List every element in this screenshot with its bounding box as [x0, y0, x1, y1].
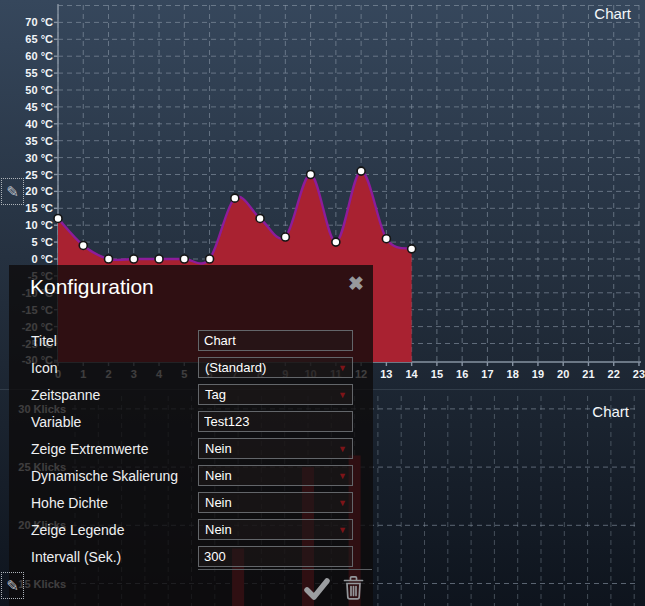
- edit-chart1-button[interactable]: ✎: [1, 178, 24, 205]
- webfront-page: 70 °C65 °C60 °C55 °C50 °C45 °C40 °C35 °C…: [0, 0, 645, 606]
- titel-input[interactable]: [198, 330, 353, 351]
- field-label-zeige-extremwerte: Zeige Extremwerte: [31, 441, 148, 457]
- data-point: [54, 214, 62, 222]
- data-point: [408, 245, 416, 253]
- data-point: [79, 241, 87, 249]
- field-label-zeige-legende: Zeige Legende: [31, 522, 124, 538]
- data-point: [155, 255, 163, 263]
- data-point: [357, 167, 365, 175]
- chevron-down-icon: ▼: [338, 439, 347, 459]
- select-value: Nein: [205, 495, 232, 510]
- data-point: [332, 238, 340, 246]
- field-label-titel: Titel: [31, 333, 57, 349]
- field-label-zeitspanne: Zeitspanne: [31, 387, 100, 403]
- chevron-down-icon: ▼: [338, 385, 347, 405]
- check-icon: [303, 577, 331, 601]
- field-label-dynamische-skalierung: Dynamische Skalierung: [31, 468, 178, 484]
- data-point: [307, 171, 315, 179]
- data-point: [281, 233, 289, 241]
- intervall-input[interactable]: [198, 546, 353, 567]
- close-icon[interactable]: ✖: [348, 272, 364, 295]
- chart2-title: Chart: [592, 403, 629, 420]
- select-value: (Standard): [205, 360, 266, 375]
- chevron-down-icon: ▼: [338, 493, 347, 513]
- dynamische-skalierung-select[interactable]: Nein ▼: [198, 465, 353, 486]
- data-point: [256, 214, 264, 222]
- variable-input[interactable]: [198, 411, 353, 432]
- trash-icon: [342, 574, 365, 601]
- dialog-title: Konfiguration: [30, 275, 154, 299]
- select-value: Tag: [205, 387, 226, 402]
- chevron-down-icon: ▼: [338, 466, 347, 486]
- data-point: [206, 255, 214, 263]
- icon-select[interactable]: (Standard) ▼: [198, 357, 353, 378]
- zeige-extremwerte-select[interactable]: Nein ▼: [198, 438, 353, 459]
- chart1-title: Chart: [594, 5, 631, 22]
- hohe-dichte-select[interactable]: Nein ▼: [198, 492, 353, 513]
- data-point: [130, 255, 138, 263]
- chevron-down-icon: ▼: [338, 520, 347, 540]
- delete-button[interactable]: [342, 574, 365, 605]
- data-point: [231, 194, 239, 202]
- field-label-icon: Icon: [31, 360, 57, 376]
- data-point: [105, 255, 113, 263]
- chevron-down-icon: ▼: [338, 358, 347, 378]
- select-value: Nein: [205, 468, 232, 483]
- pencil-icon: ✎: [6, 184, 19, 199]
- data-point: [382, 235, 390, 243]
- field-label-variable: Variable: [31, 414, 81, 430]
- select-value: Nein: [205, 522, 232, 537]
- select-value: Nein: [205, 441, 232, 456]
- data-point: [180, 255, 188, 263]
- edit-chart2-button[interactable]: ✎: [1, 572, 24, 599]
- konfiguration-dialog: Konfiguration ✖ Titel Icon (Standard) ▼ …: [9, 265, 373, 606]
- zeitspanne-select[interactable]: Tag ▼: [198, 384, 353, 405]
- zeige-legende-select[interactable]: Nein ▼: [198, 519, 353, 540]
- dialog-footer-divider: [198, 569, 372, 570]
- field-label-intervall: Intervall (Sek.): [31, 549, 121, 565]
- field-label-hohe-dichte: Hohe Dichte: [31, 495, 108, 511]
- pencil-icon: ✎: [6, 578, 19, 593]
- confirm-button[interactable]: [303, 577, 331, 605]
